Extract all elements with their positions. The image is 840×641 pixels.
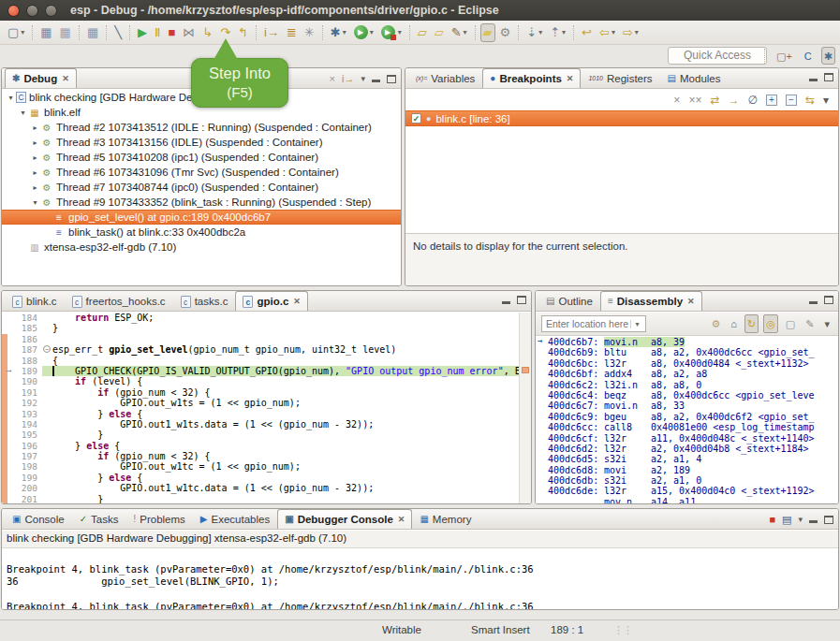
maximize-view-icon[interactable]	[824, 73, 833, 81]
tab-breakpoints[interactable]: ●Breakpoints✕	[482, 68, 581, 88]
minimize-view-icon[interactable]	[809, 516, 818, 523]
open-element-icon[interactable]: ▱	[415, 23, 430, 42]
minimize-button[interactable]	[26, 5, 38, 17]
disassembly-line[interactable]: 400dc6cf:l32ra11, 0x400d048c <_stext+114…	[536, 433, 838, 444]
terminate-icon[interactable]: ■	[165, 23, 178, 42]
tab-tasks[interactable]: ✓Tasks	[72, 509, 126, 529]
tab-debug[interactable]: ✱Debug✕	[5, 68, 77, 88]
disassembly-line[interactable]: 400dc6d5:s32ia2, a1, 4	[536, 454, 838, 464]
new-wizard-icon[interactable]: ▢▾	[5, 23, 27, 42]
code-line[interactable]: 188{	[2, 356, 519, 366]
sync-with-active-context-icon[interactable]: ↻	[744, 314, 759, 333]
expander-icon[interactable]: ▸	[30, 138, 40, 147]
gray-gear-icon[interactable]: ⚙	[708, 314, 723, 333]
remove-breakpoint-icon[interactable]: ×	[673, 94, 680, 107]
disassembly-line[interactable]: 400dc6bf:addx4a8, a2, a8	[536, 369, 838, 379]
skip-all-breakpoints-icon[interactable]: ╲	[111, 23, 125, 42]
display-selected-console-icon[interactable]: ▤	[782, 514, 791, 525]
last-edit-location-icon[interactable]: ↩	[579, 23, 595, 42]
console-output[interactable]: Breakpoint 4, blink_task (pvParameter=0x…	[2, 548, 838, 609]
externalize-strings-icon[interactable]: ⚙	[497, 23, 514, 42]
code-line[interactable]: 187−esp_err_t gpio_set_level(gpio_num_t …	[2, 344, 519, 355]
disassembly-line[interactable]: 400dc6bc:l32ra8, 0x400d0484 <_stext+1132…	[536, 358, 838, 369]
next-annotation-icon[interactable]: ⇣▾	[523, 23, 545, 42]
expander-icon[interactable]: ▸	[30, 124, 40, 132]
disassembly-line[interactable]: 400dc6b9:bltua8, a2, 0x400dc6cc <gpio_se…	[536, 347, 838, 357]
disassembly-line[interactable]: 400dc6c9:bgeua8, a2, 0x400dc6f2 <gpio_se…	[536, 412, 838, 422]
save-icon[interactable]: ▦	[37, 23, 54, 42]
maximize-view-icon[interactable]	[387, 75, 396, 83]
expander-icon[interactable]: ▾	[30, 198, 40, 207]
tab-memory[interactable]: ▦Memory	[412, 509, 479, 529]
tab-debugger-console[interactable]: ▣Debugger Console✕	[277, 509, 412, 529]
terminate-console-icon[interactable]: ■	[769, 514, 775, 525]
disassembly-line[interactable]: 400dc6d2:l32ra2, 0x400d04b8 <_stext+1184…	[536, 444, 838, 454]
minimize-view-icon[interactable]	[372, 75, 380, 82]
goto-breakpoint-file-icon[interactable]: →	[728, 94, 739, 107]
show-breakpoints-for-selection-icon[interactable]: ⇄	[710, 94, 719, 107]
previous-annotation-icon[interactable]: ⇡▾	[547, 23, 568, 42]
location-combo[interactable]: ▾	[541, 315, 646, 332]
expander-icon[interactable]: ▸	[30, 168, 40, 177]
open-resource-icon[interactable]: ▱	[432, 23, 447, 42]
close-icon[interactable]: ✕	[293, 297, 301, 306]
tab-blink-c[interactable]: cblink.c	[5, 291, 65, 311]
code-editor[interactable]: 184 return ESP_OK;185}186187−esp_err_t g…	[2, 313, 519, 503]
disassembly-line[interactable]: 400dc6c2:l32i.na8, a8, 0	[536, 380, 838, 390]
collapse-all-icon[interactable]: −	[786, 95, 797, 106]
disconnect-icon[interactable]: ⋈	[180, 23, 198, 42]
instruction-stepping-mode-icon[interactable]: i→	[342, 73, 354, 84]
collapse-icon[interactable]: −	[43, 345, 51, 353]
dropdown-arrow-icon[interactable]: ▾	[798, 516, 803, 524]
instruction-stepping-icon[interactable]: i→	[261, 23, 282, 42]
close-icon[interactable]: ✕	[62, 74, 69, 83]
tree-item[interactable]: ▸⚙Thread #5 1073410208 (ipc1) (Suspended…	[2, 150, 401, 165]
tree-item[interactable]: ▸⚙Thread #6 1073431096 (Tmr Svc) (Suspen…	[2, 165, 401, 180]
code-line[interactable]: 190 if (level) {	[2, 376, 519, 386]
disassembly-line[interactable]: 400dc6de:l32ra15, 0x400d04c0 <_stext+119…	[536, 486, 838, 496]
trace-control-icon[interactable]: ✳	[302, 23, 317, 42]
tree-item[interactable]: ▾⚙Thread #9 1073433352 (blink_task : Run…	[2, 195, 401, 210]
tree-item[interactable]: ▸⚙Thread #2 1073413512 (IDLE : Running) …	[2, 120, 401, 135]
disassembly-line[interactable]: 400dc6db:s32ia2, a1, 0	[536, 475, 838, 486]
minimize-view-icon[interactable]	[502, 297, 510, 304]
tab-disassembly[interactable]: ≡Disassembly✕	[600, 291, 702, 311]
view-menu-icon[interactable]: ▾	[823, 94, 829, 107]
cpp-perspective-icon[interactable]: C	[802, 47, 815, 65]
expander-icon[interactable]: ▸	[30, 153, 40, 162]
location-input[interactable]	[542, 318, 630, 329]
expander-icon[interactable]: ▾	[6, 94, 16, 102]
tree-item[interactable]: ≡blink_task() at blink.c:33 0x400dbc2a	[2, 225, 401, 240]
home-icon[interactable]: ⌂	[728, 314, 740, 333]
code-line[interactable]: 199 } else {	[2, 473, 519, 483]
pin-view-icon[interactable]: ✎	[803, 314, 817, 333]
close-icon[interactable]: ✕	[398, 515, 405, 524]
code-line[interactable]: 194 GPIO.out1_w1ts.data = (1 << (gpio_nu…	[2, 419, 519, 430]
annotation-marker[interactable]	[522, 367, 529, 373]
expander-icon[interactable]: ▸	[30, 183, 40, 192]
tab-console[interactable]: ▣Console	[5, 509, 72, 529]
code-line[interactable]: 196 } else {	[2, 441, 519, 451]
view-menu-icon[interactable]: ▾	[821, 314, 833, 333]
close-button[interactable]	[7, 5, 20, 17]
new-view-icon[interactable]: ▢	[783, 314, 798, 333]
code-line[interactable]: 200 GPIO.out1_w1tc.data = (1 << (gpio_nu…	[2, 483, 519, 493]
save-as-icon[interactable]: ▦	[84, 23, 101, 42]
close-icon[interactable]: ✕	[687, 297, 695, 306]
tab-tasks-c[interactable]: ctasks.c	[173, 291, 236, 311]
open-perspective-icon[interactable]: ▢+	[774, 47, 795, 65]
skip-all-breakpoints-icon[interactable]: ∅	[747, 94, 757, 107]
code-line[interactable]: 184 return ESP_OK;	[2, 313, 519, 323]
breakpoint-item[interactable]: ✓●blink.c [line: 36]	[405, 110, 838, 126]
tab-registers[interactable]: 1010Registers	[581, 68, 659, 88]
remove-all-breakpoints-icon[interactable]: ××	[688, 94, 701, 107]
debug-perspective-icon[interactable]: ✱	[821, 47, 835, 65]
tab-variables[interactable]: (x)=Variables	[408, 68, 482, 88]
maximize-view-icon[interactable]	[517, 296, 526, 304]
tree-item[interactable]: ▥xtensa-esp32-elf-gdb (7.10)	[2, 240, 401, 255]
quick-access-button[interactable]: Quick Access	[668, 47, 767, 65]
overview-ruler[interactable]	[519, 313, 531, 503]
suspend-icon[interactable]: Ⅱ	[152, 23, 163, 42]
code-line[interactable]: 193 } else {	[2, 409, 519, 419]
code-line[interactable]: 198 GPIO.out_w1tc = (1 << gpio_num);	[2, 461, 519, 472]
